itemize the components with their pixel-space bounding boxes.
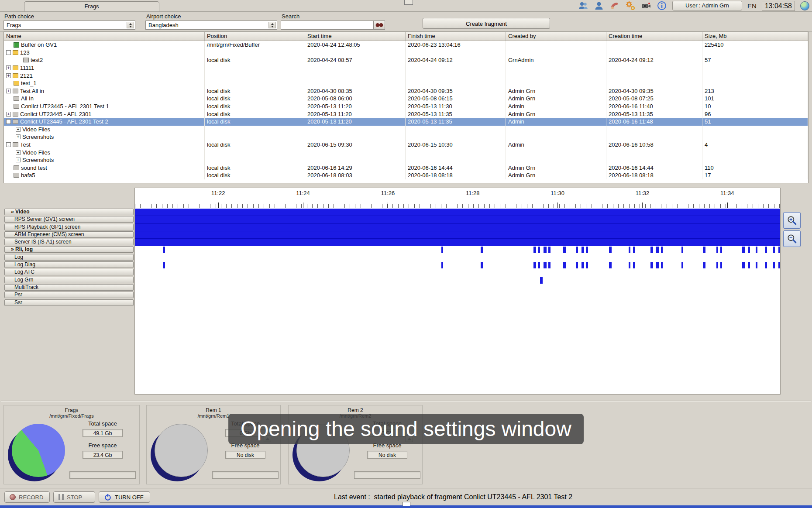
frags-tab[interactable]: Frags xyxy=(24,1,159,11)
search-button[interactable] xyxy=(373,21,385,30)
name-cell: +Screenshots xyxy=(4,156,205,164)
fragment-name: sound test xyxy=(21,165,47,171)
ruler-time-label: 11:24 xyxy=(296,190,310,196)
table-row[interactable]: +Test All inlocal disk2020-04-30 08:3520… xyxy=(4,87,808,95)
record-button[interactable]: RECORD xyxy=(4,491,50,503)
track-label-button[interactable]: Log xyxy=(4,254,134,261)
frag-icon xyxy=(14,165,19,170)
table-row[interactable]: test_1 xyxy=(4,79,808,87)
name-cell: test2 xyxy=(4,56,205,64)
folder-icon xyxy=(13,73,18,78)
ruler-major-tick xyxy=(218,203,219,208)
tree-expand-icon[interactable]: + xyxy=(16,150,21,155)
timeline-event-mark xyxy=(656,262,659,268)
disk-usage-pie xyxy=(12,424,65,477)
tree-expand-icon[interactable]: + xyxy=(16,158,21,162)
track-label-button[interactable]: RPS Server (GV1) screen xyxy=(4,216,134,223)
airport-choice-select[interactable]: Bangladesh xyxy=(145,21,277,30)
disk-title: Rem 1 xyxy=(147,407,280,413)
tree-collapse-icon[interactable]: - xyxy=(6,142,11,147)
tree-expand-icon[interactable]: + xyxy=(6,112,11,117)
column-header-creation-time[interactable]: Creation time xyxy=(606,32,702,41)
timeline-event-mark xyxy=(481,247,482,253)
tree-collapse-icon[interactable]: - xyxy=(6,119,11,124)
track-label-button[interactable]: Ssr xyxy=(4,299,134,306)
tree-expand-icon[interactable]: + xyxy=(16,134,21,139)
gears-icon[interactable] xyxy=(625,0,636,11)
table-row[interactable]: Conlict UT23445 - AFL 2301 Test 1local d… xyxy=(4,103,808,110)
track-label-button[interactable]: Psr xyxy=(4,292,134,298)
background-window-artifact-bottom xyxy=(403,502,410,506)
users-icon[interactable] xyxy=(578,0,588,11)
table-row[interactable]: test2local disk2020-04-24 08:572020-04-2… xyxy=(4,56,808,64)
cell-finish-time: 2020-06-18 08:18 xyxy=(406,172,506,179)
free-space-value: No disk xyxy=(225,451,265,459)
column-header-name[interactable]: Name xyxy=(4,32,205,41)
camera-icon[interactable] xyxy=(641,0,651,11)
path-choice-select[interactable]: Frags xyxy=(3,21,135,30)
cell-start-time: 2020-06-18 08:03 xyxy=(305,172,406,179)
globe-icon[interactable] xyxy=(800,1,809,10)
table-row[interactable]: +Video Files xyxy=(4,148,808,156)
track-label-button[interactable]: Log Grn xyxy=(4,277,134,283)
cell-finish-time: 2020-05-13 11:35 xyxy=(406,118,506,126)
zoom-in-button[interactable] xyxy=(783,212,801,229)
track-label-button[interactable]: ARM Engeneer (CMS) screen xyxy=(4,231,134,238)
timeline-event-mark xyxy=(748,262,750,268)
table-row[interactable]: All Inlocal disk2020-05-08 06:002020-05-… xyxy=(4,95,808,103)
track-label-button[interactable]: MultiTrack xyxy=(4,284,134,291)
application-window: Frags User : Admin Grn EN 13:04:58 Path … xyxy=(0,0,812,508)
timeline-event-mark xyxy=(773,247,775,253)
cell-finish-time: 2020-04-30 09:35 xyxy=(406,87,506,95)
current-user-box[interactable]: User : Admin Grn xyxy=(672,1,742,10)
tree-expand-icon[interactable]: + xyxy=(6,65,11,70)
table-row[interactable]: +Screenshots xyxy=(4,133,808,141)
column-header-start-time[interactable]: Start time xyxy=(305,32,406,41)
track-label-button[interactable]: Log Diag xyxy=(4,261,134,268)
table-row[interactable]: +Conlict UT23445 - AFL 2301local disk202… xyxy=(4,110,808,118)
track-label-button[interactable]: RPS Playback (GP1) screen xyxy=(4,224,134,230)
table-row[interactable]: -Testlocal disk2020-06-15 09:302020-06-1… xyxy=(4,141,808,149)
cell-start-time: 2020-04-24 12:48:05 xyxy=(305,41,406,49)
create-fragment-button[interactable]: Create fragment xyxy=(423,18,550,29)
user-icon[interactable] xyxy=(594,0,604,11)
search-input[interactable] xyxy=(281,21,373,30)
tree-expand-icon[interactable]: + xyxy=(16,127,21,132)
table-row[interactable]: -123 xyxy=(4,49,808,57)
column-header-finish-time[interactable]: Finish time xyxy=(406,32,506,41)
track-label-button[interactable]: Log ATC xyxy=(4,269,134,275)
path-choice-label: Path choice xyxy=(4,13,34,20)
timeline-panel[interactable]: 11:2211:2411:2611:2811:3011:3211:34 xyxy=(134,188,781,395)
tree-expand-icon[interactable]: + xyxy=(6,73,11,78)
combo-arrows-icon[interactable] xyxy=(268,22,276,28)
stop-button[interactable]: STOP xyxy=(53,491,95,503)
zoom-out-button[interactable] xyxy=(783,230,801,247)
info-icon[interactable] xyxy=(657,0,667,11)
column-header-size-mb[interactable]: Size, Mb xyxy=(702,32,808,41)
column-header-created-by[interactable]: Created by xyxy=(506,32,606,41)
column-header-position[interactable]: Position xyxy=(205,32,305,41)
track-label-button[interactable]: » Video xyxy=(4,209,134,215)
table-row[interactable]: -Conlict UT23445 - AFL 2301 Test 2local … xyxy=(4,118,808,126)
combo-arrows-icon[interactable] xyxy=(127,22,134,28)
table-row[interactable]: Buffer on GV1/mnt/grn/Fixed/Buffer2020-0… xyxy=(4,41,808,49)
cell-start-time: 2020-04-30 08:35 xyxy=(305,87,406,95)
table-row[interactable]: sound testlocal disk2020-06-16 14:292020… xyxy=(4,164,808,172)
table-row[interactable]: +11111 xyxy=(4,64,808,72)
table-row[interactable]: +Screenshots xyxy=(4,156,808,164)
tree-indent xyxy=(6,106,12,106)
timeline-track-row xyxy=(135,292,780,299)
turn-off-button[interactable]: TURN OFF xyxy=(99,491,150,503)
table-row[interactable]: bafa5local disk2020-06-18 08:032020-06-1… xyxy=(4,172,808,179)
language-indicator[interactable]: EN xyxy=(747,2,757,10)
table-row[interactable]: +2121 xyxy=(4,72,808,79)
track-label-button[interactable]: Server IS (IS-A1) screen xyxy=(4,239,134,245)
clock: 13:04:58 xyxy=(762,1,795,11)
tree-expand-icon[interactable]: + xyxy=(6,89,11,93)
free-space-label: Free space xyxy=(68,442,138,449)
tools-icon[interactable] xyxy=(609,0,620,11)
table-row[interactable]: +Video Files xyxy=(4,126,808,134)
cell-creation-time xyxy=(606,126,702,134)
track-label-button[interactable]: » Rli, log xyxy=(4,246,134,253)
tree-collapse-icon[interactable]: - xyxy=(6,50,11,55)
